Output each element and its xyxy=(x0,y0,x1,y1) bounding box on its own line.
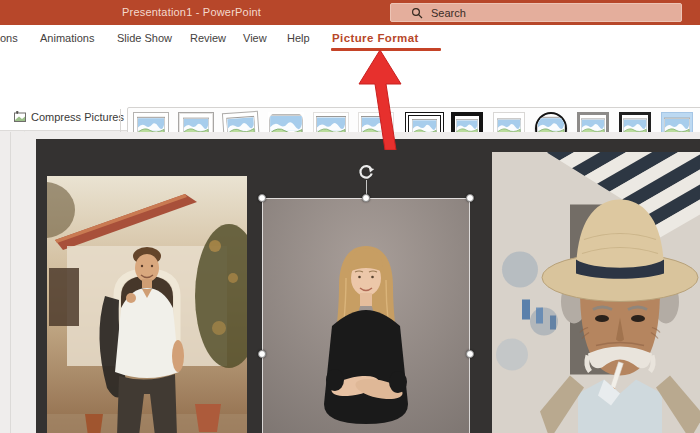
tab-animations[interactable]: Animations xyxy=(40,25,94,52)
compress-pictures-icon xyxy=(13,111,27,123)
photo-elderly-man-with-hat[interactable] xyxy=(492,152,700,433)
tab-slide-show[interactable]: Slide Show xyxy=(117,25,172,52)
search-input[interactable] xyxy=(431,7,661,19)
tab-review[interactable]: Review xyxy=(190,25,226,52)
compress-pictures-label: Compress Pictures xyxy=(31,111,124,123)
selection-handle-top-mid[interactable] xyxy=(362,194,370,202)
search-icon xyxy=(411,7,423,19)
annotation-arrow xyxy=(355,50,405,150)
rotate-handle[interactable] xyxy=(357,163,375,181)
rotate-handle-connector xyxy=(366,180,367,195)
selection-handle-mid-right[interactable] xyxy=(466,350,474,358)
selection-handle-top-left[interactable] xyxy=(258,194,266,202)
compress-pictures-button[interactable]: Compress Pictures xyxy=(13,108,124,125)
slide[interactable] xyxy=(36,139,700,433)
selection-handle-mid-left[interactable] xyxy=(258,350,266,358)
window-title: Presentation1 - PowerPoint xyxy=(122,0,261,25)
slide-canvas-area xyxy=(0,132,700,433)
title-bar: Presentation1 - PowerPoint xyxy=(0,0,700,25)
selection-handle-top-right[interactable] xyxy=(466,194,474,202)
tab-view[interactable]: View xyxy=(243,25,267,52)
powerpoint-window: { "window": { "title": "Presentation1 - … xyxy=(0,0,700,433)
tab-help[interactable]: Help xyxy=(287,25,310,52)
thumbnail-pane-border xyxy=(10,132,11,433)
photo-woman-portrait[interactable] xyxy=(262,198,470,433)
photo-man-in-white-tshirt[interactable] xyxy=(47,176,247,433)
tab-transitions-cutoff[interactable]: ons xyxy=(0,25,18,52)
search-box[interactable] xyxy=(390,3,682,22)
ribbon: cy Compress Pictures Change Picture ▾ Re… xyxy=(0,52,700,131)
